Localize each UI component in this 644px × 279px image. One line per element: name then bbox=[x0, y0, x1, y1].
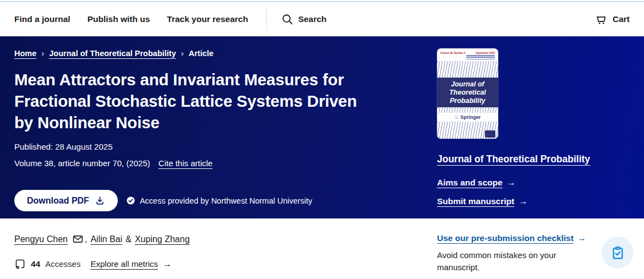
article-meta-section: Pengyu Chen , Ailin Bai & Xuping Zhang 4… bbox=[0, 218, 644, 273]
article-hero: Home › Journal of Theoretical Probabilit… bbox=[0, 36, 644, 218]
arrow-right-icon: → bbox=[163, 259, 172, 269]
cart-icon bbox=[594, 13, 608, 26]
search-icon bbox=[281, 13, 293, 25]
cover-volume-text: Volume 38, Number 3 bbox=[440, 52, 465, 54]
author-link-pengyu-chen[interactable]: Pengyu Chen bbox=[14, 234, 68, 244]
cover-publisher-logo: ♘ Springer bbox=[437, 113, 498, 122]
access-note-text: Access provided by Northwest Normal Univ… bbox=[140, 196, 312, 205]
volume-info: Volume 38, article number 70, (2025) bbox=[14, 158, 150, 168]
accesses-label: Accesses bbox=[45, 259, 80, 269]
author-link-ailin-bai[interactable]: Ailin Bai bbox=[90, 234, 122, 244]
explore-all-metrics-link[interactable]: Explore all metrics bbox=[90, 259, 158, 269]
cover-hatching bbox=[437, 122, 498, 139]
cite-this-article-link[interactable]: Cite this article bbox=[159, 158, 212, 168]
access-check-icon bbox=[126, 196, 135, 205]
cover-hatching bbox=[437, 61, 498, 78]
article-title-line: Mean Attractors and Invariant Measures f… bbox=[14, 69, 435, 90]
journal-cover-image[interactable]: Volume 38, Number 3 September 2025 Journ… bbox=[437, 48, 498, 139]
submit-manuscript-link[interactable]: Submit manuscript bbox=[437, 196, 514, 206]
cover-corner-tag bbox=[485, 130, 495, 138]
article-title-line: by Nonlinear Noise bbox=[14, 112, 435, 133]
cart-button[interactable]: Cart bbox=[594, 13, 630, 26]
breadcrumb-current: Article bbox=[189, 49, 214, 58]
nav-track-your-research[interactable]: Track your research bbox=[167, 14, 248, 24]
accesses-icon bbox=[14, 258, 26, 270]
accesses-count: 44 bbox=[31, 259, 40, 269]
cart-label: Cart bbox=[613, 14, 630, 24]
cover-journal-title: Journal of Theoretical Probability bbox=[437, 80, 498, 105]
cover-date-text: September 2025 bbox=[476, 52, 495, 54]
arrow-right-icon: → bbox=[519, 196, 527, 206]
author-conjunction: & bbox=[125, 234, 132, 244]
authors-line: Pengyu Chen , Ailin Bai & Xuping Zhang bbox=[14, 233, 435, 245]
breadcrumb: Home › Journal of Theoretical Probabilit… bbox=[14, 48, 435, 58]
email-icon[interactable] bbox=[72, 233, 84, 245]
nav-publish-with-us[interactable]: Publish with us bbox=[88, 14, 150, 24]
download-pdf-label: Download PDF bbox=[27, 196, 89, 206]
chevron-separator-icon: › bbox=[181, 48, 184, 58]
published-date: Published: 28 August 2025 bbox=[14, 142, 435, 151]
journal-title-link[interactable]: Journal of Theoretical Probability bbox=[437, 154, 590, 165]
breadcrumb-home[interactable]: Home bbox=[14, 49, 36, 58]
article-title: Mean Attractors and Invariant Measures f… bbox=[14, 69, 435, 133]
checklist-note: Avoid common mistakes on your manuscript… bbox=[437, 249, 575, 273]
chevron-separator-icon: › bbox=[41, 48, 44, 58]
springer-horse-glyph: ♘ bbox=[455, 114, 459, 120]
access-note: Access provided by Northwest Normal Univ… bbox=[126, 196, 312, 205]
cover-publisher-name: Springer bbox=[460, 114, 481, 120]
aims-and-scope-link[interactable]: Aims and scope bbox=[437, 178, 503, 188]
arrow-right-icon: → bbox=[507, 178, 516, 188]
metrics-line: 44 Accesses Explore all metrics → bbox=[14, 258, 435, 270]
cover-hatching bbox=[437, 107, 498, 113]
article-title-line: Fractional Stochastic Lattice Systems Dr… bbox=[14, 90, 435, 112]
pre-submission-checklist-link[interactable]: Use our pre-submission checklist bbox=[437, 233, 574, 243]
author-link-xuping-zhang[interactable]: Xuping Zhang bbox=[135, 234, 190, 244]
arrow-right-icon: → bbox=[577, 233, 586, 243]
clipboard-check-icon bbox=[610, 245, 625, 260]
breadcrumb-journal[interactable]: Journal of Theoretical Probability bbox=[49, 49, 176, 58]
search-label: Search bbox=[298, 14, 327, 24]
download-pdf-button[interactable]: Download PDF bbox=[14, 190, 118, 211]
checklist-fab-button[interactable] bbox=[602, 237, 634, 269]
nav-find-a-journal[interactable]: Find a journal bbox=[14, 14, 70, 24]
search-button[interactable]: Search bbox=[266, 8, 327, 30]
author-separator: , bbox=[85, 234, 87, 244]
download-icon bbox=[95, 195, 105, 206]
cover-issn-lines bbox=[466, 55, 495, 59]
top-navigation: Find a journal Publish with us Track you… bbox=[0, 2, 644, 36]
